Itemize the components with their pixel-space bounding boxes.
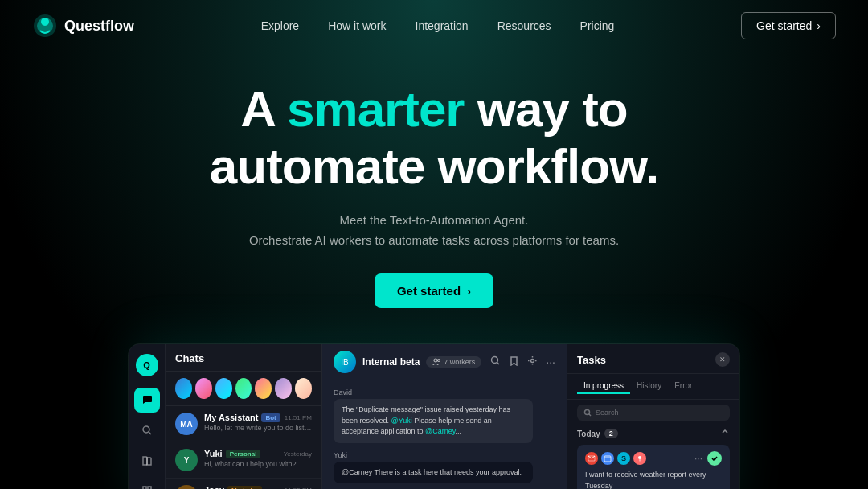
- nav-pricing[interactable]: Pricing: [580, 19, 615, 32]
- tab-error[interactable]: Error: [668, 379, 698, 394]
- task-check-icon: [707, 451, 722, 466]
- message-david: David The "Duplicate message" issue rais…: [334, 388, 555, 443]
- message-bubble-yuki: @Carney There is a task here that needs …: [334, 462, 533, 484]
- group-avatar-3: [215, 378, 232, 399]
- chat-topbar: IB Internal beta 7 workers: [322, 344, 567, 380]
- sidebar-book-icon[interactable]: [134, 448, 160, 474]
- hero-content: A smarter way to automate workflow. Meet…: [0, 51, 868, 308]
- nav-how-it-work[interactable]: How it work: [328, 19, 386, 32]
- svg-point-2: [41, 18, 49, 26]
- calendar-icon: [601, 452, 614, 465]
- chat-topbar-left: IB Internal beta 7 workers: [334, 351, 481, 373]
- svg-point-9: [434, 359, 437, 362]
- logo[interactable]: Questflow: [32, 13, 134, 39]
- hero-section: Questflow Explore How it work Integratio…: [0, 0, 868, 489]
- hero-accent: smarter: [287, 81, 464, 137]
- message-sender-david: David: [334, 388, 555, 397]
- chat-time-yuki: Yesterday: [284, 450, 312, 458]
- gmail-icon: [585, 452, 598, 465]
- chat-messages: David The "Duplicate message" issue rais…: [322, 380, 567, 489]
- message-sender-yuki: Yuki: [334, 451, 555, 459]
- workers-badge: 7 workers: [426, 356, 481, 368]
- logo-icon: [32, 13, 58, 39]
- group-avatar-2: [195, 378, 212, 399]
- today-label: Today: [577, 429, 600, 438]
- nav-cta-label: Get started: [756, 19, 812, 32]
- hero-cta-label: Get started: [397, 284, 461, 298]
- avatars-row: [166, 372, 321, 406]
- task-card-text: I want to receive weather report every T…: [585, 470, 722, 489]
- chat-avatar-assistant: MA: [175, 413, 198, 435]
- dashboard-preview: Q Chats: [129, 344, 739, 489]
- task-service-icons: S: [585, 452, 646, 465]
- nav-links: Explore How it work Integration Resource…: [261, 19, 615, 32]
- bookmark-icon[interactable]: [509, 355, 519, 368]
- avatar: Q: [136, 354, 158, 376]
- chat-time-assistant: 11:51 PM: [285, 414, 312, 421]
- sidebar-chat-icon[interactable]: [134, 388, 160, 413]
- chat-name-assistant: My Assistant: [204, 413, 258, 422]
- search-icon[interactable]: [490, 355, 501, 368]
- chat-name-yuki: Yuki: [204, 449, 223, 458]
- chat-avatar-joey: J: [175, 485, 198, 489]
- chat-item-assistant[interactable]: MA My Assistant Bot 11:51 PM Hello, let …: [166, 406, 321, 442]
- svg-rect-18: [604, 456, 611, 462]
- nav-cta-arrow: ›: [817, 19, 821, 32]
- nav-integration[interactable]: Integration: [416, 19, 469, 32]
- chats-panel: Chats MA My Assistant Bot: [166, 344, 322, 489]
- today-count: 2: [604, 429, 618, 438]
- task-card-weather: S ··· I want to receive weather report e…: [577, 445, 730, 489]
- brand-name: Questflow: [64, 18, 134, 35]
- tasks-tabs: In progress History Error: [567, 374, 739, 400]
- svg-point-20: [638, 456, 641, 459]
- task-more-icon[interactable]: ···: [694, 453, 702, 464]
- pin-icon: [633, 452, 646, 465]
- tasks-title: Tasks: [577, 354, 606, 366]
- tab-history[interactable]: History: [630, 379, 668, 394]
- task-card-header: S ···: [585, 451, 722, 466]
- more-icon[interactable]: ···: [546, 355, 555, 368]
- chat-preview-assistant: Hello, let me write you to do list I sen…: [204, 424, 312, 432]
- message-bubble-david: The "Duplicate message" issue raised yes…: [334, 399, 533, 443]
- chat-tag-assistant: Bot: [261, 413, 280, 422]
- chat-avatar-yuki: Y: [175, 449, 198, 471]
- chat-item-yuki[interactable]: Y Yuki Personal Yesterday Hi, what can I…: [166, 442, 321, 479]
- tab-in-progress[interactable]: In progress: [577, 379, 630, 394]
- svg-point-3: [143, 426, 149, 433]
- group-avatar-7: [295, 378, 312, 399]
- svg-point-13: [531, 360, 534, 363]
- sidebar-search-icon[interactable]: [134, 417, 160, 443]
- chat-topbar-icons: ···: [490, 355, 555, 368]
- tasks-header: Tasks ✕: [567, 344, 739, 374]
- tasks-search-placeholder: Search: [596, 409, 619, 417]
- group-avatar-5: [255, 378, 272, 399]
- sidebar: Q: [129, 344, 166, 489]
- tasks-panel: Tasks ✕ In progress History Error Search…: [567, 344, 739, 489]
- svg-point-16: [585, 410, 590, 415]
- svg-line-12: [497, 363, 500, 365]
- group-avatar-1: [175, 378, 192, 399]
- chat-preview-yuki: Hi, what can I help you with?: [204, 460, 312, 468]
- today-header: Today 2: [567, 425, 739, 442]
- chat-info-assistant: My Assistant Bot 11:51 PM Hello, let me …: [204, 413, 312, 432]
- hero-title: A smarter way to automate workflow.: [0, 80, 868, 195]
- group-chat-name: Internal beta: [362, 356, 420, 368]
- chat-info-joey: Joey Marketer 11:55 PM Hello, I'm writin…: [204, 485, 312, 489]
- hero-subtitle: Meet the Text-to-Automation Agent. Orche…: [0, 210, 868, 251]
- close-tasks-button[interactable]: ✕: [715, 352, 730, 367]
- nav-cta-button[interactable]: Get started ›: [741, 12, 836, 39]
- chat-name-joey: Joey: [204, 485, 224, 489]
- sidebar-grid-icon[interactable]: [134, 478, 160, 489]
- settings-icon[interactable]: [527, 355, 538, 368]
- task-card-actions: ···: [694, 451, 722, 466]
- chat-tag-yuki: Personal: [226, 450, 261, 458]
- tasks-search[interactable]: Search: [577, 405, 730, 421]
- chat-info-yuki: Yuki Personal Yesterday Hi, what can I h…: [204, 449, 312, 468]
- chat-item-joey[interactable]: J Joey Marketer 11:55 PM Hello, I'm writ…: [166, 479, 321, 489]
- nav-explore[interactable]: Explore: [261, 19, 299, 32]
- hero-cta-button[interactable]: Get started ›: [375, 273, 493, 308]
- hero-cta-arrow-icon: ›: [467, 284, 471, 298]
- nav-resources[interactable]: Resources: [497, 19, 551, 32]
- group-chat-avatar: IB: [334, 351, 356, 373]
- svg-line-4: [149, 433, 151, 435]
